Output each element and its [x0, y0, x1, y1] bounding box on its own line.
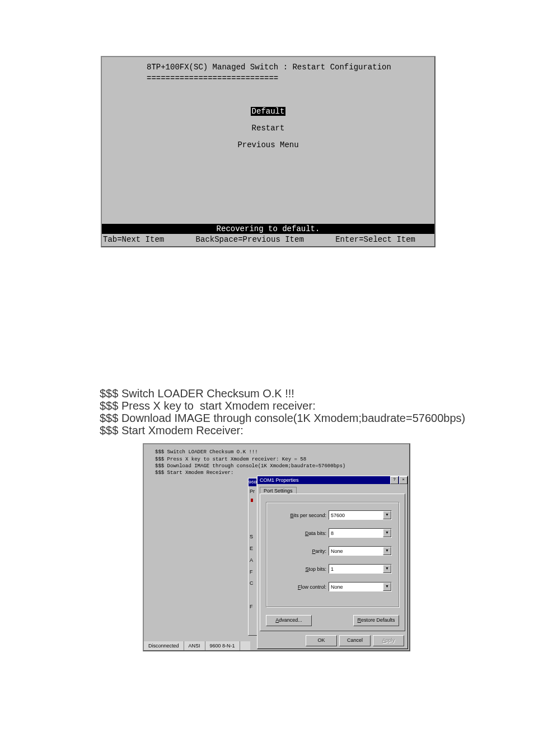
hyperterminal-status-bar: Disconnected ANSI 9600 8-N-1: [144, 641, 250, 650]
combo-flow-control[interactable]: None ▼: [329, 582, 392, 591]
port-settings-panel: Bits per second: 57600 ▼ Data bits: 8 ▼: [260, 494, 405, 631]
restore-defaults-button[interactable]: Restore Defaults: [353, 615, 399, 626]
terminal-title: 8TP+100FX(SC) Managed Switch : Restart C…: [104, 62, 432, 73]
label-stop-bits: Stop bits:: [276, 566, 329, 572]
cancel-button[interactable]: Cancel: [339, 635, 371, 646]
hyperterminal-window: $$$ Switch LOADER Checksum O.K !!! $$$ P…: [143, 443, 410, 651]
status-emulation: ANSI: [184, 641, 205, 650]
chevron-down-icon[interactable]: ▼: [383, 547, 391, 555]
background-window-title-sliver: 960: [249, 478, 256, 486]
dialog-title-text: COM1 Properties: [260, 476, 299, 484]
dialog-titlebar: COM1 Properties ? ×: [257, 476, 407, 484]
status-port: 9600 8-N-1: [205, 641, 240, 650]
menu-restart[interactable]: Restart: [104, 123, 432, 134]
chevron-down-icon[interactable]: ▼: [383, 511, 391, 519]
menu-default[interactable]: Default: [251, 107, 286, 116]
label-data-bits: Data bits:: [276, 530, 329, 536]
apply-button[interactable]: Apply: [373, 635, 404, 646]
label-bits-per-second: Bits per second:: [276, 513, 329, 518]
background-red-mark: [251, 499, 253, 502]
row-parity: Parity: None ▼: [276, 546, 392, 556]
row-flow-control: Flow control: None ▼: [276, 582, 392, 591]
combo-stop-bits[interactable]: 1 ▼: [329, 564, 392, 574]
help-backspace: BackSpace=Previous Item: [164, 234, 335, 245]
chevron-down-icon[interactable]: ▼: [383, 583, 391, 591]
advanced-button[interactable]: Advanced...: [266, 615, 312, 626]
terminal-help-bar: Tab=Next Item BackSpace=Previous Item En…: [102, 234, 434, 246]
menu-previous[interactable]: Previous Menu: [104, 139, 432, 151]
label-parity: Parity:: [276, 548, 329, 554]
help-tab: Tab=Next Item: [103, 234, 164, 245]
boot-log-text: $$$ Switch LOADER Checksum O.K !!! $$$ P…: [100, 387, 534, 436]
background-text-pr: Pr: [250, 489, 255, 494]
row-data-bits: Data bits: 8 ▼: [276, 528, 392, 538]
restart-config-terminal: 8TP+100FX(SC) Managed Switch : Restart C…: [101, 56, 435, 247]
combo-parity[interactable]: None ▼: [329, 546, 392, 556]
terminal-title-underline: ============================: [104, 73, 432, 84]
status-connection: Disconnected: [144, 641, 184, 650]
com1-properties-dialog: COM1 Properties ? × Port Settings Bits p…: [257, 476, 408, 649]
label-flow-control: Flow control:: [276, 584, 329, 590]
row-bits-per-second: Bits per second: 57600 ▼: [276, 510, 392, 520]
row-stop-bits: Stop bits: 1 ▼: [276, 564, 392, 574]
combo-data-bits[interactable]: 8 ▼: [329, 528, 392, 538]
port-settings-group: Bits per second: 57600 ▼ Data bits: 8 ▼: [266, 502, 399, 607]
chevron-down-icon[interactable]: ▼: [383, 529, 391, 537]
help-enter: Enter=Select Item: [335, 234, 432, 245]
terminal-status-message: Recovering to default.: [102, 224, 434, 234]
dialog-close-button[interactable]: ×: [399, 476, 407, 484]
hyperterminal-output: $$$ Switch LOADER Checksum O.K !!! $$$ P…: [144, 444, 409, 476]
dialog-help-button[interactable]: ?: [390, 476, 399, 484]
ok-button[interactable]: OK: [306, 635, 337, 646]
background-letters: S E A F C F: [250, 531, 254, 612]
chevron-down-icon[interactable]: ▼: [383, 565, 391, 573]
combo-bits-per-second[interactable]: 57600 ▼: [329, 510, 392, 520]
